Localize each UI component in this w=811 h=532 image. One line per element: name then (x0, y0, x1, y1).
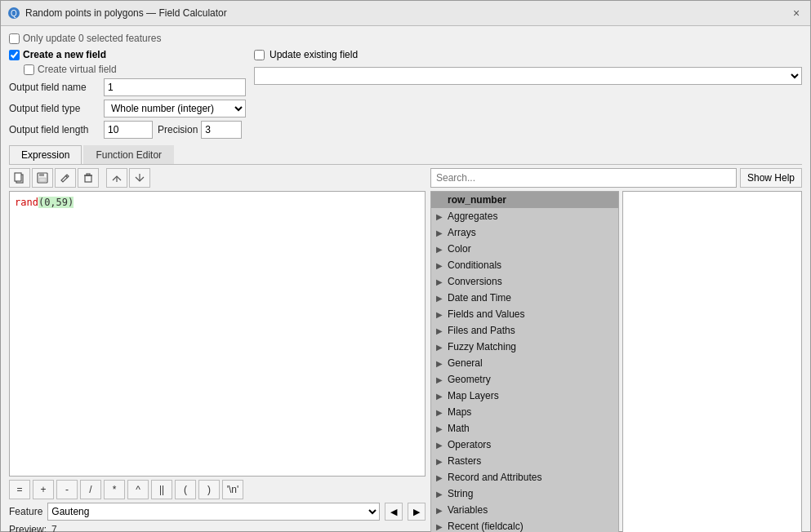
function-list-item[interactable]: ▶Variables (431, 502, 618, 518)
function-list-item[interactable]: ▶Record and Attributes (431, 469, 618, 485)
next-feature-button[interactable]: ▶ (408, 503, 426, 521)
function-list-item[interactable]: ▶Conditionals (431, 257, 618, 273)
op-multiply[interactable]: * (104, 480, 125, 499)
save-button[interactable] (32, 168, 53, 188)
expand-arrow-icon: ▶ (436, 228, 444, 237)
function-name: row_number (448, 194, 506, 206)
precision-input[interactable] (201, 121, 242, 139)
expand-arrow-icon: ▶ (436, 245, 444, 254)
function-name: Rasters (448, 455, 481, 467)
export-button[interactable] (129, 168, 150, 188)
edit-button[interactable] (55, 168, 76, 188)
right-area: Show Help row_number▶Aggregates▶Arrays▶C… (430, 168, 802, 532)
close-button[interactable]: × (789, 6, 804, 20)
expand-arrow-icon: ▶ (436, 310, 444, 319)
preview-row: Preview: 7 (9, 524, 426, 532)
output-field-length-input[interactable] (104, 121, 153, 139)
precision-label: Precision (158, 124, 198, 135)
search-row: Show Help (430, 168, 802, 188)
expand-arrow-icon: ▶ (436, 261, 444, 270)
expression-area: rand(0,59) = + - / * ^ || ( ) '\n' (9, 168, 426, 532)
function-list-item[interactable]: row_number (431, 192, 618, 208)
feature-label: Feature (9, 506, 42, 517)
update-existing-dropdown[interactable] (254, 67, 802, 85)
op-open-paren[interactable]: ( (175, 480, 196, 499)
function-name: Operators (448, 439, 491, 450)
title-bar-left: Q Random points in polygons — Field Calc… (7, 7, 227, 20)
function-list-item[interactable]: ▶Map Layers (431, 388, 618, 404)
function-list-item[interactable]: ▶Maps (431, 404, 618, 420)
function-list-item[interactable]: ▶Files and Paths (431, 322, 618, 339)
function-list-item[interactable]: ▶Conversions (431, 273, 618, 290)
function-name: Map Layers (448, 390, 499, 401)
op-divide[interactable]: / (80, 480, 101, 499)
function-name: Fields and Values (448, 308, 525, 320)
function-list-item[interactable]: ▶Math (431, 420, 618, 437)
op-close-paren[interactable]: ) (198, 480, 220, 499)
op-newline[interactable]: '\n' (222, 480, 243, 499)
update-existing-label: Update existing field (270, 49, 358, 60)
function-list-item[interactable]: ▶Aggregates (431, 208, 618, 224)
function-list-item[interactable]: ▶Color (431, 241, 618, 257)
function-list-item[interactable]: ▶String (431, 485, 618, 502)
function-list-item[interactable]: ▶Geometry (431, 371, 618, 388)
function-list-item[interactable]: ▶Fuzzy Matching (431, 339, 618, 355)
op-concat[interactable]: || (151, 480, 172, 499)
delete-button[interactable] (78, 168, 99, 188)
output-field-name-label: Output field name (9, 82, 99, 93)
left-column: Create a new field Create virtual field … (9, 49, 246, 139)
function-list-item[interactable]: ▶Date and Time (431, 290, 618, 306)
function-name: Arrays (448, 227, 476, 238)
function-list-item[interactable]: ▶Operators (431, 437, 618, 453)
create-virtual-checkbox[interactable] (24, 64, 34, 75)
function-name: Geometry (448, 374, 491, 385)
window-title: Random points in polygons — Field Calcul… (25, 7, 227, 19)
code-prefix: rand (15, 197, 38, 208)
function-list-item[interactable]: ▶Recent (fieldcalc) (431, 518, 618, 532)
create-new-field-checkbox[interactable] (9, 50, 20, 60)
function-list-item[interactable]: ▶General (431, 355, 618, 371)
only-update-label[interactable]: Only update 0 selected features (9, 33, 161, 44)
output-field-name-input[interactable] (104, 78, 246, 96)
search-input[interactable] (430, 168, 737, 188)
prev-feature-button[interactable]: ◀ (385, 503, 403, 521)
expand-arrow-icon: ▶ (436, 294, 444, 303)
svg-rect-8 (85, 175, 91, 182)
op-minus[interactable]: - (56, 480, 78, 499)
copy-button[interactable] (9, 168, 30, 188)
show-help-button[interactable]: Show Help (740, 168, 802, 188)
function-name: Variables (448, 504, 488, 516)
operators-row: = + - / * ^ || ( ) '\n' (9, 480, 426, 499)
svg-rect-5 (39, 173, 44, 176)
output-field-name-row: Output field name (9, 78, 246, 96)
precision-row: Precision (158, 121, 242, 139)
expand-arrow-icon: ▶ (436, 473, 444, 482)
op-plus[interactable]: + (33, 480, 54, 499)
svg-line-7 (65, 175, 68, 178)
only-update-checkbox[interactable] (9, 33, 20, 44)
expand-arrow-icon: ▶ (436, 457, 444, 466)
svg-rect-3 (15, 173, 21, 181)
tab-function-editor[interactable]: Function Editor (83, 145, 174, 164)
function-name: Record and Attributes (448, 472, 541, 483)
toolbar-row (9, 168, 426, 188)
feature-dropdown[interactable]: Gauteng (47, 503, 380, 521)
function-list-item[interactable]: ▶Fields and Values (431, 306, 618, 322)
load-button[interactable] (106, 168, 127, 188)
function-name: Aggregates (448, 211, 497, 222)
op-power[interactable]: ^ (127, 480, 149, 499)
function-name: Fuzzy Matching (448, 341, 516, 352)
create-virtual-label[interactable]: Create virtual field (9, 64, 246, 75)
function-list-item[interactable]: ▶Rasters (431, 453, 618, 469)
tab-expression[interactable]: Expression (9, 145, 82, 164)
expand-arrow-icon: ▶ (436, 506, 444, 515)
op-equals[interactable]: = (9, 480, 30, 499)
output-field-type-select[interactable]: Whole number (integer) Decimal number (r… (104, 100, 246, 117)
code-editor[interactable]: rand(0,59) (9, 191, 426, 477)
output-field-length-row: Output field length Precision (9, 121, 246, 139)
update-existing-checkbox[interactable] (254, 50, 265, 60)
output-field-type-row: Output field type Whole number (integer)… (9, 100, 246, 117)
function-list-item[interactable]: ▶Arrays (431, 224, 618, 241)
create-new-field-label: Create a new field (23, 49, 106, 60)
main-area: rand(0,59) = + - / * ^ || ( ) '\n' (9, 168, 802, 532)
